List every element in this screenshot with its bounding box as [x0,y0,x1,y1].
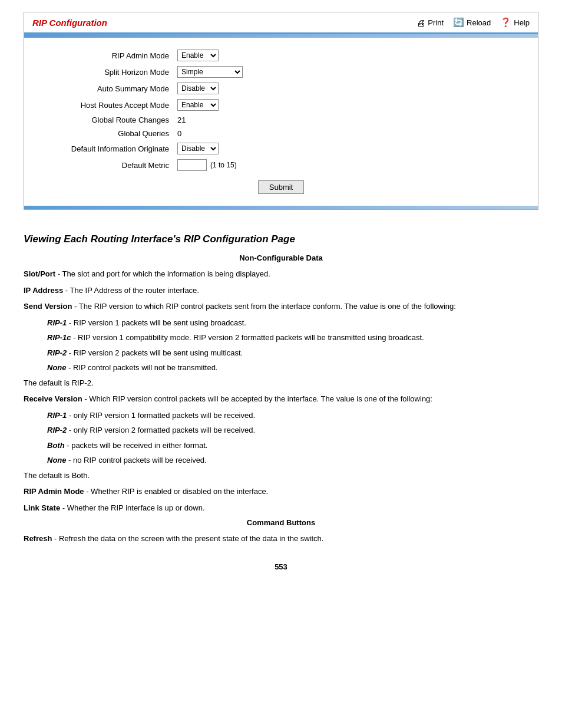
doc-section: Viewing Each Routing Interface's RIP Con… [24,228,538,577]
recv-rip2-def: - only RIP version 2 formatted packets w… [67,426,255,434]
recv-both-term: Both [47,441,65,450]
help-button[interactable]: ❓ Help [500,17,530,28]
recv-both-item: Both - packets will be received in eithe… [47,440,538,452]
send-rip1c-item: RIP-1c - RIP version 1 compatibility mod… [47,332,538,344]
auto-summary-mode-label: Auto Summary Mode [48,84,177,93]
rip-configuration-panel: RIP Configuration 🖨 Print 🔄 Reload ❓ Hel… [24,12,538,210]
send-version-para: Send Version - The RIP version to which … [24,301,538,312]
print-icon: 🖨 [416,18,425,28]
refresh-para: Refresh - Refresh the data on the screen… [24,533,538,545]
slot-port-term: Slot/Port [24,269,55,278]
slot-port-def: - The slot and port for which the inform… [55,269,270,278]
global-route-changes-value: 21 [177,116,186,124]
recv-rip1-term: RIP-1 [47,411,67,420]
link-state-term: Link State [24,503,60,512]
panel-title: RIP Configuration [32,18,107,28]
global-queries-label: Global Queries [48,129,177,138]
split-horizon-mode-select[interactable]: Simple None Poison Reverse [177,66,243,78]
default-info-originate-label: Default Information Originate [48,144,177,153]
rip-admin-mode-row: RIP Admin Mode Enable Disable [48,50,514,61]
send-version-def: - The RIP version to which RIP control p… [72,302,456,311]
auto-summary-mode-row: Auto Summary Mode Disable Enable [48,83,514,94]
default-info-originate-row: Default Information Originate Disable En… [48,143,514,154]
send-version-term: Send Version [24,302,72,311]
default-metric-label: Default Metric [48,161,177,170]
default-metric-row: Default Metric (1 to 15) [48,159,514,171]
reload-icon: 🔄 [453,17,464,28]
doc-title: Viewing Each Routing Interface's RIP Con… [24,233,538,245]
split-horizon-mode-row: Split Horizon Mode Simple None Poison Re… [48,66,514,78]
reload-label: Reload [467,18,491,27]
receive-version-para: Receive Version - Which RIP version cont… [24,393,538,405]
global-queries-value: 0 [177,129,181,138]
receive-version-def: - Which RIP version control packets will… [82,394,432,403]
send-none-item: None - RIP control packets will not be t… [47,362,538,374]
help-icon: ❓ [500,17,511,28]
send-default-para: The default is RIP-2. [24,377,538,389]
global-route-changes-label: Global Route Changes [48,116,177,124]
recv-none-item: None - no RIP control packets will be re… [47,454,538,466]
slot-port-para: Slot/Port - The slot and port for which … [24,268,538,280]
rip-admin-mode-doc-term: RIP Admin Mode [24,487,84,496]
host-routes-accept-mode-row: Host Routes Accept Mode Enable Disable [48,99,514,111]
rip-admin-mode-select[interactable]: Enable Disable [177,50,219,61]
rip-admin-mode-doc-para: RIP Admin Mode - Whether RIP is enabled … [24,486,538,498]
host-routes-accept-mode-label: Host Routes Accept Mode [48,101,177,110]
non-configurable-subtitle: Non-Configurable Data [24,253,538,262]
receive-default-para: The default is Both. [24,470,538,482]
refresh-def: - Refresh the data on the screen with th… [52,534,323,543]
default-info-originate-select[interactable]: Disable Enable [177,143,219,154]
refresh-term: Refresh [24,534,52,543]
print-button[interactable]: 🖨 Print [416,18,444,28]
send-rip1-item: RIP-1 - RIP version 1 packets will be se… [47,317,538,329]
recv-rip1-def: - only RIP version 1 formatted packets w… [67,411,255,420]
recv-rip1-item: RIP-1 - only RIP version 1 formatted pac… [47,410,538,421]
send-none-term: None [47,363,67,372]
ip-address-term: IP Address [24,286,63,295]
reload-button[interactable]: 🔄 Reload [453,17,491,28]
send-none-def: - RIP control packets will not be transm… [67,363,218,372]
print-label: Print [428,18,444,27]
command-buttons-subtitle: Command Buttons [24,518,538,527]
send-rip1c-term: RIP-1c [47,333,71,342]
form-table: RIP Admin Mode Enable Disable Split Hori… [48,50,514,194]
send-rip2-item: RIP-2 - RIP version 2 packets will be se… [47,347,538,359]
send-rip1c-def: - RIP version 1 compatibility mode. RIP … [71,333,424,342]
auto-summary-mode-select[interactable]: Disable Enable [177,83,219,94]
recv-rip2-item: RIP-2 - only RIP version 2 formatted pac… [47,424,538,436]
bottom-blue-bar [24,206,538,209]
help-label: Help [514,18,530,27]
global-route-changes-row: Global Route Changes 21 [48,116,514,124]
link-state-para: Link State - Whether the RIP interface i… [24,502,538,514]
send-rip1-def: - RIP version 1 packets will be sent usi… [67,318,246,327]
panel-actions: 🖨 Print 🔄 Reload ❓ Help [416,17,530,28]
submit-button[interactable]: Submit [258,180,304,194]
ip-address-para: IP Address - The IP Address of the route… [24,285,538,297]
submit-row: Submit [48,180,514,194]
page-number: 553 [24,562,538,571]
panel-header: RIP Configuration 🖨 Print 🔄 Reload ❓ Hel… [24,12,538,34]
split-horizon-mode-label: Split Horizon Mode [48,68,177,77]
send-rip2-def: - RIP version 2 packets will be sent usi… [67,348,243,357]
default-metric-input[interactable] [177,159,207,171]
send-rip1-term: RIP-1 [47,318,67,327]
rip-admin-mode-label: RIP Admin Mode [48,51,177,60]
send-rip2-term: RIP-2 [47,348,67,357]
panel-body: RIP Admin Mode Enable Disable Split Hori… [24,38,538,206]
recv-rip2-term: RIP-2 [47,426,67,434]
link-state-def: - Whether the RIP interface is up or dow… [60,503,204,512]
rip-admin-mode-doc-def: - Whether RIP is enabled or disabled on … [84,487,269,496]
receive-version-term: Receive Version [24,394,82,403]
ip-address-def: - The IP Address of the router interface… [63,286,199,295]
recv-none-def: - no RIP control packets will be receive… [67,456,207,465]
host-routes-accept-mode-select[interactable]: Enable Disable [177,99,219,111]
global-queries-row: Global Queries 0 [48,129,514,138]
default-metric-hint: (1 to 15) [210,161,237,169]
recv-both-def: - packets will be received in either for… [65,441,208,450]
recv-none-term: None [47,456,67,465]
